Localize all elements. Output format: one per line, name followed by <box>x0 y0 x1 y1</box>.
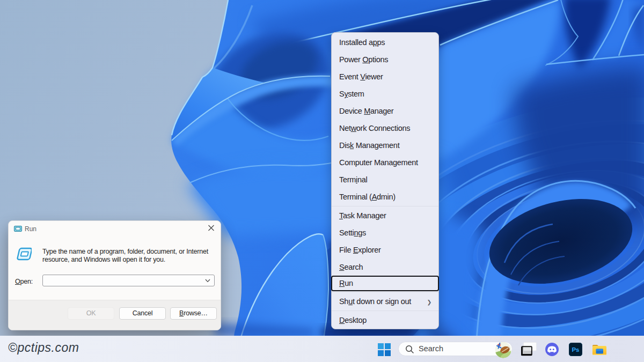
svg-text:Ps: Ps <box>572 346 579 353</box>
